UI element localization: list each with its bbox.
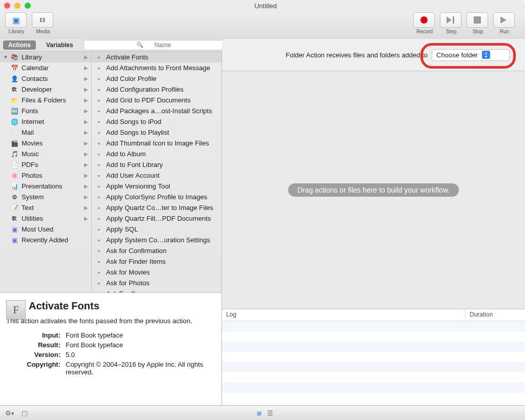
- chevron-right-icon: ▶: [84, 97, 88, 103]
- view-list-icon[interactable]: ≣: [256, 409, 262, 417]
- smart-folder-icon: ▣: [10, 225, 18, 234]
- library-item[interactable]: 📅Calendar▶: [0, 62, 91, 73]
- close-button[interactable]: [4, 3, 10, 9]
- action-icon: ▫︎: [95, 129, 103, 137]
- info-description: This action activates the fonts passed f…: [6, 317, 215, 325]
- chevron-right-icon: ▶: [84, 183, 88, 189]
- zoom-button[interactable]: [25, 3, 31, 9]
- action-item[interactable]: ▫︎Ask for Movies: [92, 267, 221, 278]
- action-icon: ▫︎: [95, 236, 103, 244]
- record-button[interactable]: Record: [413, 12, 436, 34]
- action-icon: ▫︎: [95, 161, 103, 169]
- workflow-canvas[interactable]: Drag actions or files here to build your…: [222, 71, 525, 309]
- library-item[interactable]: 📄PDFs▶: [0, 159, 91, 170]
- tab-actions[interactable]: Actions: [3, 40, 36, 50]
- action-item[interactable]: ▫︎Add User Account: [92, 170, 221, 181]
- action-item[interactable]: ▫︎Apply Quartz Filt…PDF Documents: [92, 213, 221, 224]
- workflow-placeholder: Drag actions or files here to build your…: [288, 183, 459, 197]
- chevron-right-icon: ▶: [84, 173, 88, 178]
- record-icon: [420, 16, 428, 24]
- action-item[interactable]: ▫︎Apply SQL: [92, 224, 221, 235]
- stop-button[interactable]: Stop: [467, 12, 489, 34]
- action-item[interactable]: ▫︎Ask for Confirmation: [92, 245, 221, 256]
- log-column-duration[interactable]: Duration: [465, 309, 525, 321]
- chevron-right-icon: ▶: [84, 87, 88, 92]
- chevron-right-icon: ▶: [84, 54, 88, 60]
- action-icon: ▫︎: [95, 193, 103, 201]
- action-item[interactable]: ▫︎Ask For Servers: [92, 288, 221, 292]
- library-item[interactable]: 📊Presentations▶: [0, 181, 91, 192]
- action-item[interactable]: ▫︎Add Songs to Playlist: [92, 127, 221, 138]
- run-button[interactable]: Run: [493, 12, 516, 34]
- step-button[interactable]: Step: [440, 12, 462, 34]
- action-item[interactable]: ▫︎Apply Quartz Co…ter to Image Files: [92, 202, 221, 213]
- action-item[interactable]: ▫︎Add Configuration Profiles: [92, 84, 221, 95]
- category-icon: 📅: [10, 64, 18, 72]
- action-icon: ▫︎: [95, 215, 103, 223]
- action-item[interactable]: ▫︎Ask for Photos: [92, 278, 221, 288]
- action-item[interactable]: ▫︎Activate Fonts: [92, 52, 221, 62]
- options-gear-icon[interactable]: ⚙︎▾: [5, 409, 14, 417]
- minimize-button[interactable]: [14, 3, 21, 9]
- window-title: Untitled: [31, 2, 521, 10]
- category-icon: ✉️: [10, 129, 18, 137]
- smart-folder-icon: ▣: [10, 236, 18, 244]
- category-icon: 🌸: [10, 172, 18, 180]
- action-item[interactable]: ▫︎Add to Font Library: [92, 159, 221, 170]
- media-toolbar-button[interactable]: 🎞 Media: [32, 12, 54, 34]
- svg-rect-0: [474, 16, 481, 24]
- action-item[interactable]: ▫︎Add Color Profile: [92, 73, 221, 84]
- library-item[interactable]: 🌸Photos▶: [0, 170, 91, 181]
- log-rows: [222, 321, 525, 406]
- action-item[interactable]: ▫︎Apply ColorSync Profile to Images: [92, 192, 221, 202]
- library-category-list: ▼ 📚 Library ▶ 📅Calendar▶👤Contacts▶🛠Devel…: [0, 52, 92, 292]
- library-root[interactable]: ▼ 📚 Library ▶: [0, 52, 91, 62]
- action-item[interactable]: ▫︎Apple Versioning Tool: [92, 181, 221, 192]
- category-icon: 📊: [10, 182, 18, 191]
- action-icon: ▫︎: [95, 64, 103, 72]
- chevron-right-icon: ▶: [84, 162, 88, 167]
- search-icon: 🔍: [136, 41, 144, 48]
- library-smart-item[interactable]: ▣Most Used: [0, 224, 91, 235]
- font-icon: F: [6, 300, 26, 320]
- chevron-right-icon: ▶: [84, 151, 88, 157]
- library-item[interactable]: 🔤Fonts▶: [0, 106, 91, 116]
- action-item[interactable]: ▫︎Add Packages a…ost-Install Scripts: [92, 106, 221, 116]
- toggle-info-icon[interactable]: ▢: [22, 409, 28, 417]
- chevron-right-icon: ▶: [84, 119, 88, 124]
- disclosure-triangle-icon[interactable]: ▼: [3, 54, 7, 60]
- library-item[interactable]: 🛠Utilities▶: [0, 213, 91, 224]
- action-item[interactable]: ▫︎Apply System Co…uration Settings: [92, 235, 221, 245]
- action-item[interactable]: ▫︎Add Songs to iPod: [92, 116, 221, 127]
- category-icon: 🎬: [10, 139, 18, 148]
- library-item[interactable]: 🎬Movies▶: [0, 138, 91, 149]
- action-item[interactable]: ▫︎Add Attachments to Front Message: [92, 62, 221, 73]
- chevron-right-icon: ▶: [84, 216, 88, 221]
- tab-variables[interactable]: Variables: [41, 40, 78, 50]
- folder-action-label: Folder Action receives files and folders…: [286, 51, 428, 59]
- action-item[interactable]: ▫︎Ask for Finder Items: [92, 256, 221, 267]
- library-item[interactable]: 📝Text▶: [0, 202, 91, 213]
- library-toolbar-button[interactable]: ▣ Library: [5, 12, 28, 34]
- library-item[interactable]: 🌐Internet▶: [0, 116, 91, 127]
- library-item[interactable]: 👤Contacts▶: [0, 73, 91, 84]
- view-flow-icon[interactable]: ☰: [267, 409, 273, 417]
- search-input[interactable]: [84, 40, 234, 50]
- action-icon: ▫︎: [95, 86, 103, 94]
- library-item[interactable]: ✉️Mail▶: [0, 127, 91, 138]
- library-item[interactable]: ⚙︎System▶: [0, 192, 91, 202]
- log-column-log[interactable]: Log: [222, 309, 465, 321]
- action-item[interactable]: ▫︎Add Grid to PDF Documents: [92, 95, 221, 106]
- choose-folder-popup[interactable]: Choose folder ▴▾: [432, 49, 510, 61]
- action-item[interactable]: ▫︎Add to Album: [92, 149, 221, 159]
- library-item[interactable]: 🎵Music▶: [0, 149, 91, 159]
- action-item[interactable]: ▫︎Add Thumbnail Icon to Image Files: [92, 138, 221, 149]
- chevron-right-icon: ▶: [84, 130, 88, 135]
- library-item[interactable]: 📁Files & Folders▶: [0, 95, 91, 106]
- action-icon: ▫︎: [95, 150, 103, 158]
- action-icon: ▫︎: [95, 258, 103, 266]
- library-item[interactable]: 🛠Developer▶: [0, 84, 91, 95]
- log-panel: Log Duration: [222, 309, 525, 406]
- action-icon: ▫︎: [95, 172, 103, 180]
- library-smart-item[interactable]: ▣Recently Added: [0, 235, 91, 245]
